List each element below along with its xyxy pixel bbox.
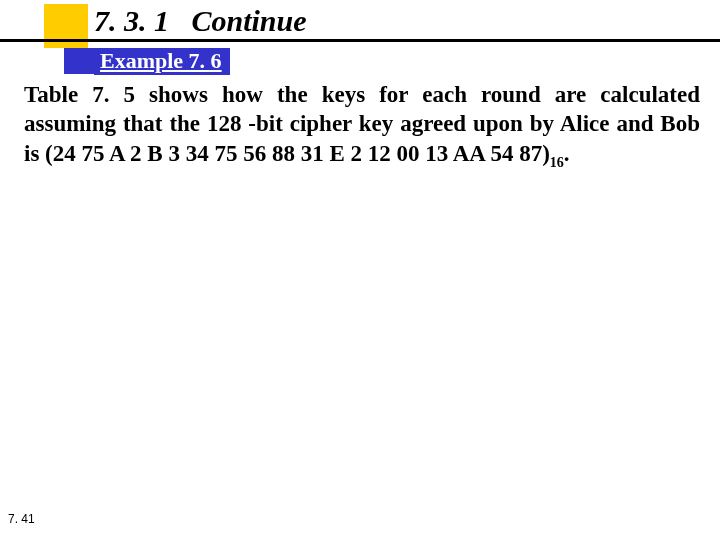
- body-tail: .: [564, 141, 570, 166]
- section-number: 7. 3. 1: [94, 4, 169, 37]
- section-title: Continue: [192, 4, 307, 37]
- body-text: Table 7. 5 shows how the keys for each r…: [24, 80, 700, 171]
- page-number: 7. 41: [8, 512, 35, 526]
- example-label: Example 7. 6: [94, 48, 230, 75]
- body-line: Table 7. 5 shows how the keys for each r…: [24, 82, 700, 166]
- section-heading: 7. 3. 1 Continue: [94, 4, 307, 38]
- body-subscript: 16: [550, 154, 564, 169]
- example-accent-bar: [64, 48, 94, 74]
- horizontal-rule: [0, 39, 720, 42]
